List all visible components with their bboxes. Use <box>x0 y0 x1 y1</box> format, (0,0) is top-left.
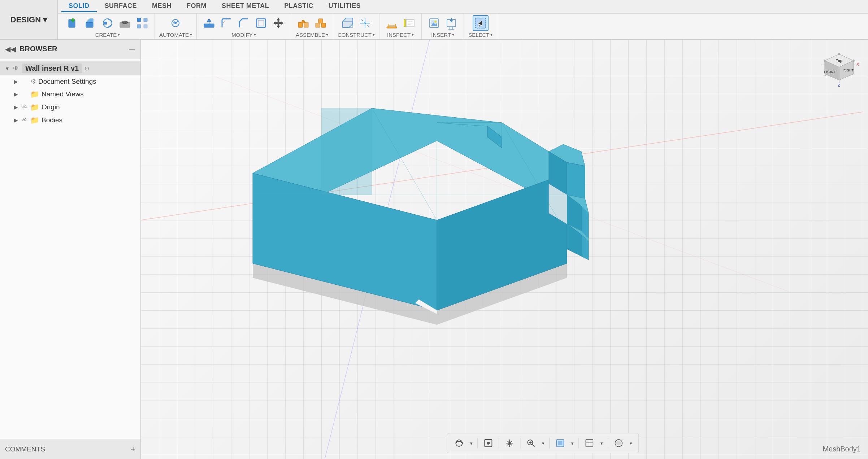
bodies-label: Bodies <box>42 116 62 124</box>
measure-icon[interactable] <box>384 15 400 31</box>
browser-root-item[interactable]: ▼ 👁 Wall insert R v1 ⊙ <box>0 61 140 75</box>
joint-icon[interactable] <box>295 15 311 31</box>
construct-label[interactable]: CONSTRUCT ▾ <box>338 32 375 38</box>
browser-panel: ◀◀ BROWSER — ▼ 👁 Wall insert R v1 ⊙ ▶ ⚙ … <box>0 40 141 459</box>
svg-point-90 <box>852 60 855 62</box>
canvas[interactable]: Top FRONT RIGHT Z X ▾ <box>141 40 868 459</box>
add-comment-button[interactable]: + <box>131 445 135 454</box>
tab-surface[interactable]: SURFACE <box>97 1 144 12</box>
comments-label: COMMENTS <box>5 445 127 453</box>
svg-text:FRONT: FRONT <box>824 70 836 74</box>
root-eye-icon[interactable]: 👁 <box>12 65 19 72</box>
tree-item-origin[interactable]: ▶ 👁 📁 Origin <box>0 101 140 114</box>
svg-marker-48 <box>450 20 453 22</box>
group-insert: INSERT ▾ <box>422 14 464 39</box>
display-mode-button[interactable] <box>552 436 568 451</box>
orbit-button[interactable] <box>451 436 466 451</box>
display-mode-dropdown[interactable]: ▾ <box>569 436 576 451</box>
origin-eye-icon[interactable]: 👁 <box>21 104 28 110</box>
grid-toggle-button[interactable] <box>582 436 597 451</box>
bodies-eye-icon[interactable]: 👁 <box>21 117 28 123</box>
browser-title: BROWSER <box>19 45 125 53</box>
origin-folder-icon: 📁 <box>30 103 39 112</box>
browser-minimize-btn[interactable]: — <box>129 45 135 53</box>
fillet-icon[interactable] <box>218 15 234 31</box>
assemble-label[interactable]: ASSEMBLE ▾ <box>296 32 328 38</box>
svg-rect-15 <box>204 24 214 27</box>
tree-item-document-settings[interactable]: ▶ ⚙ Document Settings <box>0 75 140 88</box>
visual-style-button[interactable] <box>611 436 626 451</box>
plane-icon[interactable] <box>340 15 356 31</box>
insert-icon[interactable] <box>426 15 442 31</box>
hole-icon[interactable] <box>117 15 133 31</box>
orbit-dropdown[interactable]: ▾ <box>468 436 474 451</box>
inspect-label[interactable]: INSPECT ▾ <box>387 32 414 38</box>
svg-point-96 <box>508 442 511 444</box>
inspect-icons <box>384 15 417 31</box>
visual-style-dropdown[interactable]: ▾ <box>628 436 634 451</box>
automate-label[interactable]: AUTOMATE ▾ <box>159 32 192 38</box>
grid-dropdown[interactable]: ▾ <box>598 436 605 451</box>
browser-collapse-arrows[interactable]: ◀◀ <box>5 45 16 53</box>
zoom-dropdown[interactable]: ▾ <box>540 436 546 451</box>
tab-plastic[interactable]: PLASTIC <box>277 1 321 12</box>
modify-label[interactable]: MODIFY ▾ <box>231 32 256 38</box>
press-pull-icon[interactable] <box>201 15 217 31</box>
tree-item-bodies[interactable]: ▶ 👁 📁 Bodies <box>0 114 140 127</box>
insert2-icon[interactable] <box>443 15 459 31</box>
tab-mesh[interactable]: MESH <box>145 1 179 12</box>
svg-rect-34 <box>387 27 397 28</box>
svg-rect-21 <box>304 22 308 27</box>
inspect2-icon[interactable] <box>401 15 417 31</box>
extrude-icon[interactable] <box>82 15 98 31</box>
tree-item-named-views[interactable]: ▶ 📁 Named Views <box>0 88 140 101</box>
insert-label[interactable]: INSERT ▾ <box>431 32 454 38</box>
svg-rect-20 <box>298 22 303 27</box>
group-automate: AUTOMATE ▾ <box>155 14 197 39</box>
move-icon[interactable] <box>270 15 286 31</box>
svg-rect-19 <box>258 20 264 26</box>
toolbar-divider-1 <box>477 438 478 449</box>
svg-rect-9 <box>137 18 141 22</box>
root-label: Wall insert R v1 <box>22 64 82 73</box>
create-icons <box>65 15 150 31</box>
pattern-icon[interactable] <box>134 15 150 31</box>
toolbar-divider-5 <box>578 438 579 449</box>
svg-rect-103 <box>586 440 593 447</box>
tab-form[interactable]: FORM <box>179 1 214 12</box>
revolve-icon[interactable] <box>100 15 116 31</box>
svg-rect-12 <box>144 25 147 28</box>
origin-arrow: ▶ <box>13 104 19 110</box>
svg-point-91 <box>824 60 826 62</box>
toolbar-divider-2 <box>499 438 499 449</box>
select-label[interactable]: SELECT ▾ <box>468 32 492 38</box>
tab-sheet-metal[interactable]: SHEET METAL <box>214 1 276 12</box>
svg-rect-6 <box>104 22 107 25</box>
zoom-button[interactable] <box>523 436 538 451</box>
shell-mod-icon[interactable] <box>253 15 269 31</box>
automate-dropdown-arrow: ▾ <box>190 32 192 37</box>
select-icon[interactable] <box>473 15 489 31</box>
group-select: SELECT ▾ <box>464 14 497 39</box>
design-button[interactable]: DESIGN ▾ <box>0 0 58 39</box>
pan-button[interactable] <box>502 436 517 451</box>
select-icons <box>473 15 489 31</box>
new-component-icon[interactable] <box>65 15 81 31</box>
root-pin-icon[interactable]: ⊙ <box>84 65 89 72</box>
named-views-label: Named Views <box>42 90 84 98</box>
svg-rect-10 <box>144 18 147 22</box>
viewcube[interactable]: Top FRONT RIGHT Z X <box>817 47 861 90</box>
as-built-icon[interactable] <box>313 15 329 31</box>
named-views-folder-icon: 📁 <box>30 90 39 99</box>
create-label[interactable]: CREATE ▾ <box>95 32 120 38</box>
tab-solid[interactable]: SOLID <box>61 1 97 12</box>
root-collapse-arrow: ▼ <box>4 66 10 71</box>
look-at-button[interactable] <box>481 436 496 451</box>
tab-utilities[interactable]: UTILITIES <box>321 1 368 12</box>
svg-rect-26 <box>321 23 326 27</box>
toolbar-divider-6 <box>608 438 608 449</box>
construct2-icon[interactable] <box>357 15 373 31</box>
chamfer-icon[interactable] <box>236 15 252 31</box>
viewcube-svg: Top FRONT RIGHT Z X <box>817 47 861 90</box>
automate-icon[interactable] <box>168 15 183 31</box>
